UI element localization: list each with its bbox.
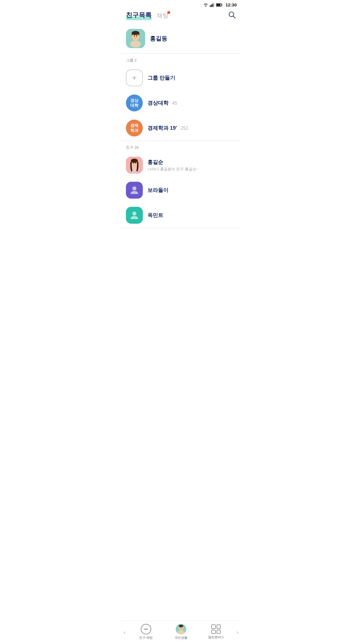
svg-point-0 <box>205 6 206 7</box>
search-icon <box>228 11 236 19</box>
tab-chat[interactable]: 채팅 <box>157 12 168 20</box>
status-bar: 12:30 <box>121 0 241 8</box>
group-avatar-text-economics: 경제학과 <box>130 123 138 133</box>
svg-rect-2 <box>211 4 212 7</box>
friend-status-gilsun: 나야나 홍길동이 친구 홍길순~ <box>147 167 198 172</box>
friend-item-gilsun[interactable]: 홍길순 나야나 홍길동이 친구 홍길순~ <box>121 153 241 178</box>
svg-rect-16 <box>132 33 133 35</box>
group-info-economics: 경제학과 19' 251 <box>147 125 188 132</box>
svg-rect-7 <box>216 4 220 6</box>
svg-rect-17 <box>138 33 139 35</box>
svg-line-9 <box>233 16 235 18</box>
app-header: 친구목록 채팅 <box>121 8 241 24</box>
group-name-economics: 경제학과 19' <box>147 125 177 131</box>
friend-avatar-boradol <box>126 182 143 199</box>
avatar-gilsun-image <box>126 157 143 174</box>
group-avatar-gyeongdae: 경상대학 <box>126 94 143 111</box>
tab-friends[interactable]: 친구목록 <box>126 11 152 20</box>
group-section-label: 그룹 2 <box>121 54 241 65</box>
friend-name-okmint: 옥민트 <box>147 212 163 219</box>
svg-point-12 <box>130 41 141 48</box>
person-icon-boradol <box>129 185 139 195</box>
group-avatar-economics: 경제학과 <box>126 120 143 136</box>
group-count-economics: 251 <box>181 126 189 131</box>
create-group-item[interactable]: + 그룹 만들기 <box>121 65 241 90</box>
svg-point-24 <box>132 186 136 190</box>
avatar-image <box>126 29 145 48</box>
friend-avatar-gilsun <box>126 157 143 174</box>
group-info-gyeongdae: 경상대학 45 <box>147 99 177 106</box>
friend-item-boradol[interactable]: 보라돌이 <box>121 178 241 203</box>
svg-point-15 <box>132 31 139 35</box>
friends-section-label: 친구 26 <box>121 141 241 153</box>
friend-name-gilsun: 홍길순 <box>147 159 198 166</box>
my-profile-name: 홍길동 <box>150 35 167 43</box>
person-icon-okmint <box>129 210 139 220</box>
friend-name-boradol: 보라돌이 <box>147 187 168 194</box>
svg-point-14 <box>136 35 137 37</box>
signal-icon <box>210 3 215 7</box>
group-avatar-text-gyeongdae: 경상대학 <box>130 98 138 108</box>
my-profile-item[interactable]: 홍길동 <box>121 24 241 53</box>
svg-point-13 <box>134 35 135 37</box>
friend-info-boradol: 보라돌이 <box>147 187 168 194</box>
svg-point-25 <box>132 211 136 216</box>
svg-rect-3 <box>212 4 213 7</box>
svg-rect-6 <box>222 4 222 6</box>
group-item-economics[interactable]: 경제학과 경제학과 19' 251 <box>121 116 241 141</box>
notification-dot <box>167 11 170 14</box>
create-group-icon: + <box>126 69 143 86</box>
group-name-gyeongdae: 경상대학 <box>147 100 168 106</box>
divider-3 <box>121 228 241 228</box>
create-group-label: 그룹 만들기 <box>147 74 175 81</box>
friend-item-okmint[interactable]: 옥민트 <box>121 203 241 228</box>
main-content: 홍길동 그룹 2 + 그룹 만들기 경상대학 경상대학 45 경제학과 경제학과… <box>121 24 241 251</box>
plus-icon: + <box>132 74 137 82</box>
friend-info-okmint: 옥민트 <box>147 212 163 219</box>
svg-rect-1 <box>210 5 211 7</box>
svg-point-23 <box>131 159 138 163</box>
status-time: 12:30 <box>226 2 237 7</box>
search-button[interactable] <box>228 11 236 20</box>
friend-info-gilsun: 홍길순 나야나 홍길동이 친구 홍길순~ <box>147 159 198 172</box>
wifi-icon <box>203 3 208 7</box>
svg-rect-4 <box>214 3 215 7</box>
my-profile-avatar <box>126 29 145 48</box>
group-count-gyeongdae: 45 <box>172 101 177 106</box>
battery-icon <box>216 3 222 7</box>
status-icons: 12:30 <box>203 2 237 7</box>
group-item-gyeongdae[interactable]: 경상대학 경상대학 45 <box>121 90 241 116</box>
friend-avatar-okmint <box>126 207 143 224</box>
